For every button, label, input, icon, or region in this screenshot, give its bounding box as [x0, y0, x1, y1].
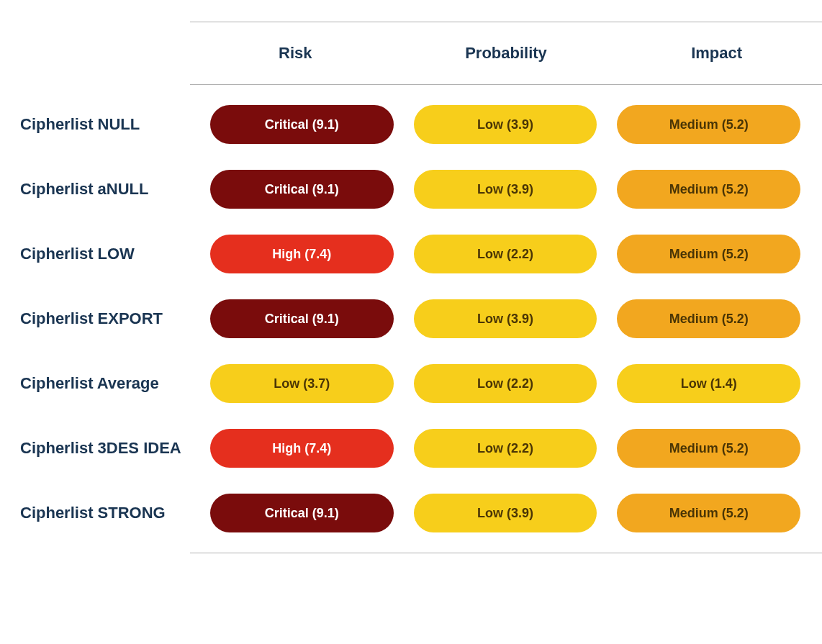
header-probability: Probability — [401, 44, 612, 63]
data-rows: Cipherlist NULLCritical (9.1)Low (3.9)Me… — [14, 105, 808, 532]
risk-pill: Critical (9.1) — [210, 105, 394, 144]
risk-table: Risk Probability Impact Cipherlist NULLC… — [14, 22, 808, 553]
header-risk: Risk — [190, 44, 401, 63]
impact-pill: Medium (5.2) — [617, 299, 800, 338]
table-row: Cipherlist aNULLCritical (9.1)Low (3.9)M… — [14, 170, 808, 209]
risk-pill: Critical (9.1) — [210, 494, 394, 532]
row-label: Cipherlist 3DES IDEA — [14, 439, 190, 458]
table-row: Cipherlist EXPORTCritical (9.1)Low (3.9)… — [14, 299, 808, 338]
table-row: Cipherlist STRONGCritical (9.1)Low (3.9)… — [14, 494, 808, 532]
risk-pill: High (7.4) — [210, 235, 394, 273]
probability-pill: Low (3.9) — [414, 494, 597, 532]
risk-pill: High (7.4) — [210, 429, 394, 468]
impact-pill: Low (1.4) — [617, 364, 800, 403]
table-row: Cipherlist LOWHigh (7.4)Low (2.2)Medium … — [14, 235, 808, 273]
header-cells: Risk Probability Impact — [190, 22, 822, 85]
probability-pill: Low (2.2) — [414, 235, 597, 273]
impact-pill: Medium (5.2) — [617, 170, 800, 209]
footer-divider — [190, 553, 822, 553]
impact-pill: Medium (5.2) — [617, 429, 800, 468]
row-label: Cipherlist NULL — [14, 115, 190, 134]
risk-pill: Low (3.7) — [210, 364, 394, 403]
row-label: Cipherlist LOW — [14, 245, 190, 263]
row-label: Cipherlist EXPORT — [14, 309, 190, 328]
impact-pill: Medium (5.2) — [617, 105, 800, 144]
header-impact: Impact — [611, 44, 822, 63]
row-label: Cipherlist aNULL — [14, 180, 190, 199]
row-label: Cipherlist STRONG — [14, 504, 190, 522]
table-row: Cipherlist NULLCritical (9.1)Low (3.9)Me… — [14, 105, 808, 144]
footer-spacer — [14, 553, 190, 553]
footer-divider-row — [14, 553, 808, 553]
risk-pill: Critical (9.1) — [210, 170, 394, 209]
table-row: Cipherlist 3DES IDEAHigh (7.4)Low (2.2)M… — [14, 429, 808, 468]
table-row: Cipherlist AverageLow (3.7)Low (2.2)Low … — [14, 364, 808, 403]
probability-pill: Low (3.9) — [414, 299, 597, 338]
header-spacer — [14, 22, 190, 85]
header-section: Risk Probability Impact — [14, 22, 808, 85]
probability-pill: Low (3.9) — [414, 105, 597, 144]
risk-pill: Critical (9.1) — [210, 299, 394, 338]
impact-pill: Medium (5.2) — [617, 494, 800, 532]
probability-pill: Low (2.2) — [414, 364, 597, 403]
impact-pill: Medium (5.2) — [617, 235, 800, 273]
row-label: Cipherlist Average — [14, 374, 190, 393]
probability-pill: Low (3.9) — [414, 170, 597, 209]
probability-pill: Low (2.2) — [414, 429, 597, 468]
